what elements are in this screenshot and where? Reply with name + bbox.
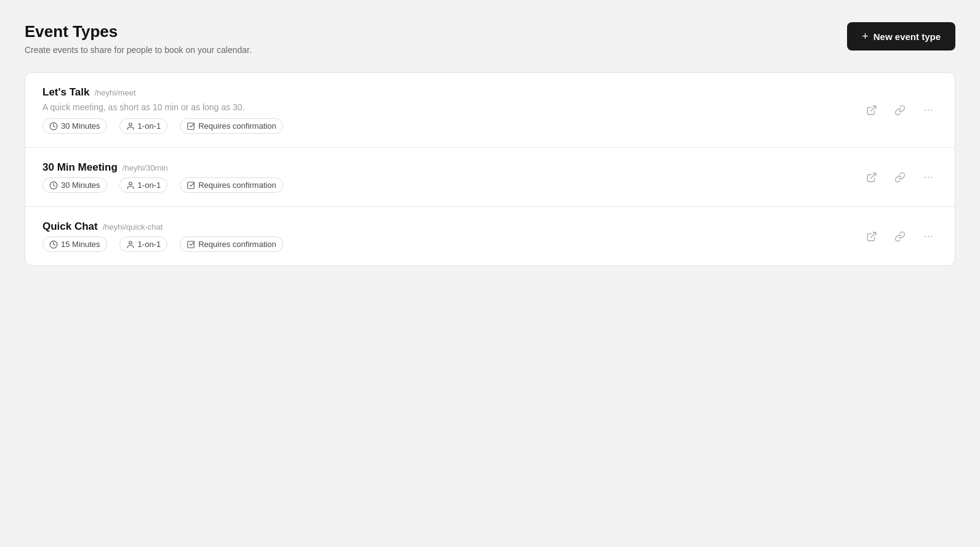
event-actions (862, 168, 938, 187)
external-link-icon (866, 172, 877, 183)
svg-point-12 (928, 177, 929, 178)
page-header: Event Types Create events to share for p… (25, 22, 955, 55)
person-icon (126, 181, 135, 190)
open-external-button[interactable] (862, 101, 881, 120)
svg-point-1 (129, 123, 132, 126)
duration-label: 30 Minutes (61, 180, 100, 190)
event-name-row: 30 Min Meeting /heyhi/30min (42, 161, 848, 174)
event-slug: /heyhi/meet (94, 88, 135, 97)
event-name-row: Let's Talk /heyhi/meet (42, 86, 848, 99)
svg-point-8 (129, 182, 132, 185)
person-icon (126, 240, 135, 249)
duration-label: 30 Minutes (61, 121, 100, 131)
clock-icon (49, 240, 58, 249)
plus-icon: + (862, 31, 869, 42)
svg-line-17 (871, 232, 876, 237)
ellipsis-icon (923, 172, 934, 183)
svg-line-10 (871, 173, 876, 178)
open-external-button[interactable] (862, 168, 881, 187)
event-slug: /heyhi/quick-chat (103, 222, 163, 232)
link-icon (894, 105, 906, 116)
event-name-row: Quick Chat /heyhi/quick-chat (42, 221, 848, 233)
checkbox-icon (187, 240, 195, 249)
duration-tag: 30 Minutes (42, 118, 107, 134)
duration-tag: 15 Minutes (42, 237, 107, 252)
link-icon (894, 172, 906, 183)
ellipsis-icon (923, 105, 934, 116)
confirmation-label: Requires confirmation (198, 121, 276, 131)
external-link-icon (866, 231, 877, 242)
open-external-button[interactable] (862, 227, 881, 246)
event-item: 30 Min Meeting /heyhi/30min 30 Minutes (25, 148, 955, 207)
svg-point-6 (931, 110, 932, 111)
link-icon (894, 231, 906, 242)
event-actions (862, 227, 938, 246)
clock-icon (49, 181, 58, 190)
copy-link-button[interactable] (891, 101, 909, 120)
attendees-tag: 1-on-1 (119, 237, 168, 252)
copy-link-button[interactable] (891, 227, 909, 246)
attendees-tag: 1-on-1 (119, 118, 168, 134)
svg-line-3 (871, 106, 876, 111)
svg-rect-16 (188, 241, 195, 248)
duration-label: 15 Minutes (61, 240, 100, 249)
external-link-icon (866, 105, 877, 116)
event-info: 30 Min Meeting /heyhi/30min 30 Minutes (42, 161, 848, 193)
confirmation-label: Requires confirmation (198, 240, 276, 249)
person-icon (126, 122, 135, 131)
attendees-label: 1-on-1 (138, 180, 161, 190)
event-item: Quick Chat /heyhi/quick-chat 15 Minutes (25, 207, 955, 265)
event-name: Quick Chat (42, 221, 98, 233)
event-actions (862, 101, 938, 120)
attendees-label: 1-on-1 (138, 240, 161, 249)
svg-rect-2 (188, 123, 195, 129)
svg-point-15 (129, 241, 132, 244)
ellipsis-icon (923, 231, 934, 242)
attendees-tag: 1-on-1 (119, 177, 168, 193)
svg-point-11 (925, 177, 926, 178)
svg-point-18 (925, 236, 926, 237)
svg-point-5 (928, 110, 929, 111)
checkbox-icon (187, 122, 195, 131)
more-options-button[interactable] (919, 227, 938, 246)
events-list: Let's Talk /heyhi/meet A quick meeting, … (25, 72, 955, 266)
confirmation-label: Requires confirmation (198, 180, 276, 190)
attendees-label: 1-on-1 (138, 121, 161, 131)
event-name: Let's Talk (42, 86, 89, 99)
duration-tag: 30 Minutes (42, 177, 107, 193)
confirmation-tag: Requires confirmation (180, 118, 283, 134)
confirmation-tag: Requires confirmation (180, 177, 283, 193)
event-meta: 30 Minutes 1-on-1 Requires confirmation (42, 118, 848, 134)
event-slug: /heyhi/30min (122, 163, 168, 172)
svg-point-19 (928, 236, 929, 237)
svg-point-13 (931, 177, 932, 178)
event-name: 30 Min Meeting (42, 161, 118, 174)
page-title: Event Types (25, 22, 252, 41)
clock-icon (49, 122, 58, 131)
more-options-button[interactable] (919, 168, 938, 187)
copy-link-button[interactable] (891, 168, 909, 187)
svg-rect-9 (188, 182, 195, 188)
checkbox-icon (187, 181, 195, 190)
new-event-type-button[interactable]: + New event type (847, 22, 955, 51)
event-meta: 15 Minutes 1-on-1 Requires confirmation (42, 237, 848, 252)
svg-point-20 (931, 236, 932, 237)
event-meta: 30 Minutes 1-on-1 Requires confirmation (42, 177, 848, 193)
svg-point-4 (925, 110, 926, 111)
new-event-button-label: New event type (874, 31, 941, 42)
confirmation-tag: Requires confirmation (180, 237, 283, 252)
page-subtitle: Create events to share for people to boo… (25, 45, 252, 55)
event-item: Let's Talk /heyhi/meet A quick meeting, … (25, 73, 955, 148)
more-options-button[interactable] (919, 101, 938, 120)
page-header-text: Event Types Create events to share for p… (25, 22, 252, 55)
event-info: Quick Chat /heyhi/quick-chat 15 Minutes (42, 221, 848, 252)
event-info: Let's Talk /heyhi/meet A quick meeting, … (42, 86, 848, 134)
event-description: A quick meeting, as short as 10 min or a… (42, 102, 848, 112)
